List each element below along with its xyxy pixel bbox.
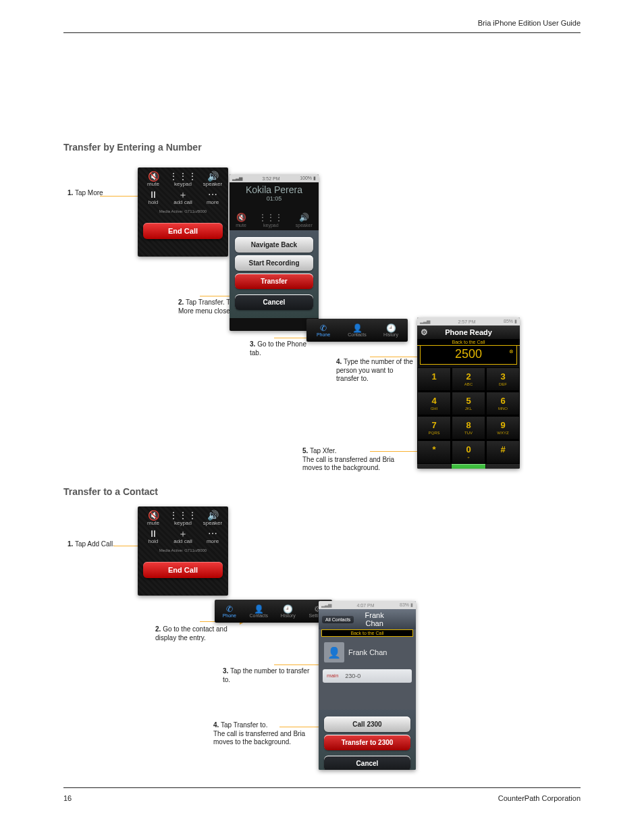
- callout-a3: [274, 338, 308, 338]
- tab-history[interactable]: 🕘History: [374, 319, 408, 342]
- keypad-icon: ⋮⋮⋮: [169, 172, 197, 181]
- dialer-keypad: 1 2ABC 3DEF 4GHI 5JKL 6MNO 7PQRS 8TUV 9W…: [417, 367, 520, 464]
- key-2[interactable]: 2ABC: [452, 367, 485, 391]
- back-all-contacts[interactable]: All Contacts: [322, 616, 354, 623]
- speaker-icon: 🔊: [207, 172, 219, 181]
- top-rule: [63, 32, 581, 33]
- voicemail-button[interactable]: ◯◯VM: [417, 464, 451, 469]
- step-a4: 4. Type the number of the person you wan…: [336, 358, 417, 384]
- screenshot-incall-1: 🔇mute ⋮⋮⋮keypad 🔊speaker ⏸hold ＋add call…: [138, 167, 228, 257]
- signal-icon: ▂▃▅: [232, 176, 242, 181]
- tab-contacts[interactable]: 👤Contacts: [340, 319, 374, 342]
- section-a-heading: Transfer by Entering a Number: [63, 142, 202, 153]
- callout-b4: [279, 727, 321, 727]
- key-7[interactable]: 7PQRS: [417, 416, 451, 440]
- incall-mute[interactable]: 🔇mute: [143, 511, 163, 526]
- keypad-icon: ⋮⋮⋮: [169, 511, 197, 520]
- more-icon: ⋯: [208, 529, 217, 538]
- incall-keypad[interactable]: ⋮⋮⋮keypad: [169, 511, 197, 526]
- key-3[interactable]: 3DEF: [486, 367, 520, 391]
- codec-meta: Media Active: G711u/8000: [138, 209, 228, 213]
- key-star[interactable]: *: [417, 440, 451, 464]
- hold-icon: ⏸: [149, 190, 158, 199]
- dialer-header: ⚙ Phone Ready: [417, 325, 520, 339]
- key-4[interactable]: 4GHI: [417, 392, 451, 415]
- codec-meta: Media Active: G711u/8000: [138, 548, 228, 552]
- mute-icon: 🔇: [148, 172, 159, 181]
- key-1[interactable]: 1: [417, 367, 451, 391]
- status-bar: ▂▃▅ 3:52 PM 100% ▮: [230, 174, 319, 182]
- incall-hold[interactable]: ⏸hold: [143, 529, 163, 544]
- clear-icon[interactable]: ⊗: [509, 348, 514, 355]
- step-b1: 1. Tap Add Call.: [68, 540, 115, 549]
- cancel-button[interactable]: Cancel: [324, 756, 410, 770]
- incall-mute[interactable]: 🔇mute: [143, 172, 163, 187]
- speaker-icon: 🔊: [299, 213, 309, 222]
- screenshot-contact: ▂▃▅ 4:07 PM 83% ▮ All Contacts Frank Cha…: [319, 601, 416, 770]
- contact-name: Frank Chan: [348, 648, 387, 656]
- start-recording-button[interactable]: Start Recording: [235, 255, 313, 271]
- incall-more[interactable]: ⋯more: [203, 190, 223, 205]
- tab-phone[interactable]: ✆Phone: [215, 600, 244, 623]
- backspace-button[interactable]: ⌫: [486, 464, 520, 469]
- bottom-rule: [63, 787, 581, 788]
- status-bar: ▂▃▅ 2:57 PM 85% ▮: [417, 317, 520, 325]
- key-5[interactable]: 5JKL: [452, 392, 485, 415]
- section-b-heading: Transfer to a Contact: [63, 486, 158, 497]
- incall-hold[interactable]: ⏸hold: [143, 190, 163, 205]
- cancel-button[interactable]: Cancel: [235, 294, 313, 310]
- screenshot-more-menu: ▂▃▅ 3:52 PM 100% ▮ Kokila Perera 01:05 🔇…: [230, 174, 319, 331]
- page-number: 16: [63, 794, 72, 802]
- step-a1: 1. Tap More: [68, 189, 103, 198]
- end-call-button[interactable]: End Call: [143, 562, 223, 578]
- step-a3: 3. Go to the Phone tab.: [250, 340, 317, 357]
- more-icon: ⋯: [208, 190, 217, 199]
- phone-icon: ✆: [320, 324, 327, 332]
- call-elapsed: 01:05: [230, 195, 319, 202]
- history-icon: 🕘: [283, 605, 293, 613]
- mute-icon: 🔇: [148, 511, 159, 520]
- back-to-call-strip[interactable]: Back to the Call: [321, 629, 413, 637]
- contact-title: Frank Chan: [356, 611, 392, 627]
- back-to-call-strip[interactable]: Back to the Call: [417, 339, 520, 346]
- screenshot-tabs-wide: ✆Phone 👤Contacts 🕘History ⚙Settings: [215, 600, 332, 623]
- callout-b3: [274, 664, 320, 665]
- tab-history[interactable]: 🕘History: [273, 600, 303, 623]
- add-call-icon: ＋: [178, 529, 188, 538]
- incall-addcall[interactable]: ＋add call: [169, 190, 197, 205]
- tab-phone[interactable]: ✆Phone: [306, 319, 340, 342]
- contacts-icon: 👤: [352, 324, 363, 332]
- incall-keypad[interactable]: ⋮⋮⋮keypad: [169, 172, 197, 187]
- transfer-to-button[interactable]: Transfer to 2300: [324, 735, 410, 750]
- call-number-button[interactable]: Call 2300: [324, 716, 410, 732]
- incall-addcall[interactable]: ＋add call: [169, 529, 197, 544]
- dialer-display: 2500 ⊗: [420, 346, 517, 365]
- incall-speaker[interactable]: 🔊speaker: [203, 511, 223, 526]
- key-9[interactable]: 9WXYZ: [486, 416, 520, 440]
- gear-icon[interactable]: ⚙: [421, 328, 428, 337]
- add-call-icon: ＋: [178, 190, 188, 199]
- key-6[interactable]: 6MNO: [486, 392, 520, 415]
- incall-speaker[interactable]: 🔊speaker: [203, 172, 223, 187]
- incall-more[interactable]: ⋯more: [203, 529, 223, 544]
- contact-phone-row[interactable]: main 230-0: [323, 669, 412, 683]
- footer-company: CounterPath Corporation: [498, 794, 581, 802]
- transfer-button[interactable]: Transfer: [235, 273, 313, 289]
- tab-contacts[interactable]: 👤Contacts: [244, 600, 274, 623]
- mini-row: 🔇mute ⋮⋮⋮keypad 🔊speaker: [230, 213, 319, 228]
- xfer-button[interactable]: Xfer: [452, 464, 485, 469]
- keypad-icon: ⋮⋮⋮: [259, 213, 283, 222]
- key-0[interactable]: 0+: [452, 440, 485, 464]
- step-b4: 4. Tap Transfer to. The call is transfer…: [213, 721, 321, 747]
- avatar: 👤: [324, 642, 344, 662]
- history-icon: 🕘: [386, 324, 396, 332]
- contacts-icon: 👤: [254, 605, 264, 613]
- key-8[interactable]: 8TUV: [452, 416, 485, 440]
- mute-icon: 🔇: [236, 213, 246, 222]
- navigate-back-button[interactable]: Navigate Back: [235, 237, 313, 253]
- screenshot-incall-2: 🔇mute ⋮⋮⋮keypad 🔊speaker ⏸hold ＋add call…: [138, 506, 228, 596]
- caller-name: Kokila Perera: [230, 184, 319, 195]
- key-hash[interactable]: #: [486, 440, 520, 464]
- end-call-button[interactable]: End Call: [143, 223, 223, 239]
- step-b2: 2. Go to the contact and display the ent…: [155, 625, 230, 642]
